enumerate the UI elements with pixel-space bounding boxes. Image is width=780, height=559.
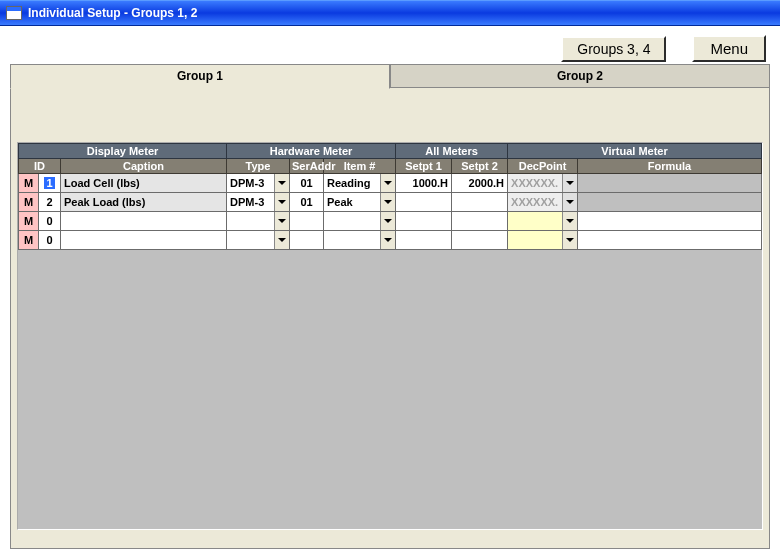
- dropdown-arrow-icon[interactable]: [274, 231, 289, 249]
- row-m-button[interactable]: M: [19, 231, 39, 250]
- col-header-caption: Caption: [61, 159, 227, 174]
- group-header-all-meters: All Meters: [396, 144, 508, 159]
- col-header-decpoint: DecPoint: [508, 159, 578, 174]
- tab-body: Display Meter Hardware Meter All Meters …: [10, 87, 770, 549]
- row-decpoint-combo[interactable]: XXXXXX.: [508, 174, 578, 193]
- row-formula-cell[interactable]: [578, 193, 762, 212]
- tab-container: Group 1 Group 2 Display Meter Hardware M…: [10, 64, 770, 549]
- dropdown-arrow-icon[interactable]: [274, 174, 289, 192]
- row-seraddr-cell[interactable]: 01: [290, 193, 324, 212]
- row-type-combo[interactable]: DPM-3: [227, 174, 290, 193]
- tab-group-2[interactable]: Group 2: [390, 64, 770, 88]
- top-buttons-bar: Groups 3, 4 Menu: [561, 35, 766, 62]
- row-caption-cell[interactable]: [61, 231, 227, 250]
- row-formula-cell[interactable]: [578, 231, 762, 250]
- row-formula-cell[interactable]: [578, 212, 762, 231]
- table-row: M0: [19, 212, 762, 231]
- row-item-combo[interactable]: Reading: [324, 174, 396, 193]
- row-setpt1-cell[interactable]: [396, 212, 452, 231]
- dropdown-arrow-icon[interactable]: [274, 212, 289, 230]
- dropdown-arrow-icon[interactable]: [562, 174, 577, 192]
- row-item-combo[interactable]: [324, 212, 396, 231]
- dropdown-arrow-icon[interactable]: [380, 193, 395, 211]
- row-formula-cell[interactable]: [578, 174, 762, 193]
- row-type-combo[interactable]: [227, 212, 290, 231]
- row-type-combo[interactable]: [227, 231, 290, 250]
- group-header-virtual-meter: Virtual Meter: [508, 144, 762, 159]
- row-setpt2-cell[interactable]: [452, 212, 508, 231]
- row-id-cell[interactable]: 0: [39, 212, 61, 231]
- row-id-cell[interactable]: 2: [39, 193, 61, 212]
- row-decpoint-combo[interactable]: XXXXXX.: [508, 193, 578, 212]
- dropdown-arrow-icon[interactable]: [380, 231, 395, 249]
- row-setpt1-cell[interactable]: 1000.H: [396, 174, 452, 193]
- table-row: M1Load Cell (lbs)DPM-301Reading1000.H200…: [19, 174, 762, 193]
- row-setpt2-cell[interactable]: [452, 193, 508, 212]
- dropdown-arrow-icon[interactable]: [562, 193, 577, 211]
- dropdown-arrow-icon[interactable]: [380, 212, 395, 230]
- col-header-id: ID: [19, 159, 61, 174]
- row-m-button[interactable]: M: [19, 174, 39, 193]
- row-item-combo[interactable]: [324, 231, 396, 250]
- meter-table: Display Meter Hardware Meter All Meters …: [18, 143, 762, 250]
- menu-button[interactable]: Menu: [692, 35, 766, 62]
- row-seraddr-cell[interactable]: [290, 212, 324, 231]
- row-setpt1-cell[interactable]: [396, 231, 452, 250]
- col-header-formula: Formula: [578, 159, 762, 174]
- dropdown-arrow-icon[interactable]: [562, 212, 577, 230]
- table-row: M2Peak Load (lbs)DPM-301PeakXXXXXX.: [19, 193, 762, 212]
- row-id-cell[interactable]: 0: [39, 231, 61, 250]
- groups-3-4-button[interactable]: Groups 3, 4: [561, 36, 666, 62]
- group-header-display-meter: Display Meter: [19, 144, 227, 159]
- row-setpt2-cell[interactable]: 2000.H: [452, 174, 508, 193]
- row-m-button[interactable]: M: [19, 212, 39, 231]
- row-setpt1-cell[interactable]: [396, 193, 452, 212]
- meter-grid: Display Meter Hardware Meter All Meters …: [17, 142, 763, 530]
- row-setpt2-cell[interactable]: [452, 231, 508, 250]
- tab-group-1[interactable]: Group 1: [10, 64, 390, 89]
- col-header-seraddr: SerAddr: [290, 159, 324, 174]
- app-icon: [6, 6, 22, 20]
- row-decpoint-combo[interactable]: [508, 231, 578, 250]
- col-header-setpt1: Setpt 1: [396, 159, 452, 174]
- row-seraddr-cell[interactable]: 01: [290, 174, 324, 193]
- row-item-combo[interactable]: Peak: [324, 193, 396, 212]
- row-seraddr-cell[interactable]: [290, 231, 324, 250]
- row-caption-cell[interactable]: Peak Load (lbs): [61, 193, 227, 212]
- table-row: M0: [19, 231, 762, 250]
- dropdown-arrow-icon[interactable]: [274, 193, 289, 211]
- row-m-button[interactable]: M: [19, 193, 39, 212]
- row-type-combo[interactable]: DPM-3: [227, 193, 290, 212]
- col-header-setpt2: Setpt 2: [452, 159, 508, 174]
- group-header-hardware-meter: Hardware Meter: [227, 144, 396, 159]
- dropdown-arrow-icon[interactable]: [562, 231, 577, 249]
- window-titlebar: Individual Setup - Groups 1, 2: [0, 0, 780, 26]
- window-title: Individual Setup - Groups 1, 2: [28, 6, 197, 20]
- col-header-type: Type: [227, 159, 290, 174]
- row-caption-cell[interactable]: [61, 212, 227, 231]
- dropdown-arrow-icon[interactable]: [380, 174, 395, 192]
- row-id-cell[interactable]: 1: [39, 174, 61, 193]
- row-decpoint-combo[interactable]: [508, 212, 578, 231]
- row-caption-cell[interactable]: Load Cell (lbs): [61, 174, 227, 193]
- tab-strip: Group 1 Group 2: [10, 64, 770, 88]
